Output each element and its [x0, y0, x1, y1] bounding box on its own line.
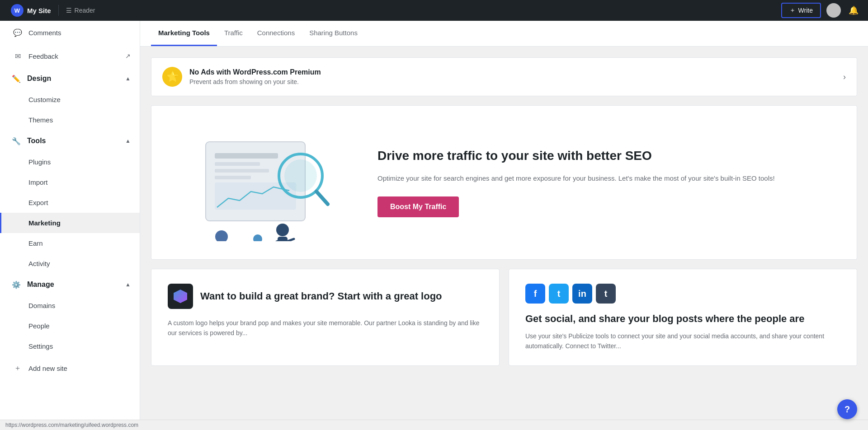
banner-arrow-icon: ›: [843, 72, 846, 82]
brand-card-title: Want to build a great brand? Start with …: [200, 290, 442, 303]
svg-rect-1: [215, 153, 278, 159]
facebook-icon: f: [525, 284, 545, 304]
brand-card: Want to build a great brand? Start with …: [151, 269, 500, 366]
add-site-icon: ＋: [12, 363, 23, 374]
social-card-description: Use your site's Publicize tools to conne…: [525, 331, 840, 351]
brand-card-header: Want to build a great brand? Start with …: [168, 284, 483, 309]
tools-icon: 🔧: [11, 136, 22, 146]
brand-card-description: A custom logo helps your brand pop and m…: [168, 318, 483, 338]
bottom-cards: Want to build a great brand? Start with …: [151, 269, 857, 366]
sidebar-design-section[interactable]: ✏️ Design ▲: [0, 68, 140, 89]
premium-banner[interactable]: ⭐ No Ads with WordPress.com Premium Prev…: [151, 57, 857, 96]
marketing-label: Marketing: [28, 219, 61, 227]
tab-traffic[interactable]: Traffic: [217, 21, 250, 46]
export-label: Export: [28, 199, 48, 206]
seo-card: Drive more traffic to your site with bet…: [151, 105, 857, 260]
tumblr-icon: t: [596, 284, 616, 304]
sidebar-item-themes[interactable]: Themes: [0, 110, 140, 130]
reader-button[interactable]: ☰ Reader: [62, 5, 99, 16]
customize-label: Customize: [28, 96, 61, 103]
help-button[interactable]: ?: [837, 399, 857, 419]
twitter-icon: t: [549, 284, 569, 304]
svg-point-13: [276, 224, 289, 236]
sidebar-item-import[interactable]: Import: [0, 172, 140, 192]
comments-icon: 💬: [12, 27, 23, 38]
looka-logo-icon: [168, 284, 193, 309]
svg-rect-3: [215, 169, 269, 173]
sidebar-tools-section[interactable]: 🔧 Tools ▲: [0, 130, 140, 152]
svg-line-8: [316, 192, 328, 204]
social-icons-row: f t in t: [525, 284, 840, 304]
sidebar-item-earn[interactable]: Earn: [0, 233, 140, 253]
manage-chevron-icon: ▲: [125, 281, 131, 288]
seo-illustration: [179, 124, 350, 241]
manage-icon: ⚙️: [11, 279, 22, 290]
status-url: https://wordpress.com/marketing/uifeed.w…: [5, 422, 138, 428]
sidebar-manage-section[interactable]: ⚙️ Manage ▲: [0, 274, 140, 295]
domains-label: Domains: [28, 302, 55, 309]
tab-sharing-buttons[interactable]: Sharing Buttons: [302, 21, 365, 46]
sidebar-item-add-new-site[interactable]: ＋ Add new site: [0, 356, 140, 380]
seo-description: Optimize your site for search engines an…: [377, 173, 830, 184]
tools-label: Tools: [27, 137, 46, 145]
status-bar: https://wordpress.com/marketing/uifeed.w…: [0, 420, 868, 430]
svg-point-7: [284, 159, 317, 192]
sidebar-item-settings[interactable]: Settings: [0, 336, 140, 356]
comments-label: Comments: [28, 29, 61, 37]
content-inner: ⭐ No Ads with WordPress.com Premium Prev…: [140, 47, 868, 377]
manage-label: Manage: [27, 280, 54, 289]
tab-marketing-tools[interactable]: Marketing Tools: [151, 21, 217, 46]
settings-label: Settings: [28, 342, 53, 350]
banner-title: No Ads with WordPress.com Premium: [189, 68, 321, 76]
sidebar-item-marketing[interactable]: Marketing: [0, 213, 140, 233]
svg-rect-4: [215, 176, 251, 179]
sidebar-item-plugins[interactable]: Plugins: [0, 152, 140, 172]
sidebar-item-customize[interactable]: Customize: [0, 89, 140, 110]
star-icon: ⭐: [162, 67, 182, 87]
tab-connections[interactable]: Connections: [250, 21, 302, 46]
top-bar: W My Site ☰ Reader ＋ Write 🔔: [0, 0, 868, 21]
sidebar: 💬 Comments ✉ Feedback ↗ ✏️ Design ▲ Cust…: [0, 21, 140, 420]
bell-icon: 🔔: [849, 5, 859, 15]
themes-label: Themes: [28, 116, 53, 124]
sidebar-item-export[interactable]: Export: [0, 192, 140, 213]
banner-subtitle: Prevent ads from showing on your site.: [189, 78, 321, 85]
sidebar-item-domains[interactable]: Domains: [0, 295, 140, 316]
content-area: Marketing Tools Traffic Connections Shar…: [140, 21, 868, 420]
nav-divider: [58, 5, 59, 16]
activity-label: Activity: [28, 260, 50, 267]
sidebar-item-activity[interactable]: Activity: [0, 253, 140, 274]
svg-point-17: [253, 234, 262, 241]
banner-text: No Ads with WordPress.com Premium Preven…: [189, 68, 321, 85]
svg-point-9: [215, 230, 228, 241]
design-label: Design: [27, 75, 51, 83]
design-icon: ✏️: [11, 73, 22, 84]
write-plus-icon: ＋: [789, 6, 796, 14]
tabs-bar: Marketing Tools Traffic Connections Shar…: [140, 21, 868, 47]
design-chevron-icon: ▲: [125, 75, 131, 82]
import-label: Import: [28, 178, 48, 186]
svg-rect-5: [215, 182, 296, 210]
boost-traffic-button[interactable]: Boost My Traffic: [377, 196, 459, 217]
social-card: f t in t Get social, and share your blog…: [509, 269, 857, 366]
earn-label: Earn: [28, 239, 43, 247]
svg-rect-2: [215, 162, 260, 166]
social-card-title: Get social, and share your blog posts wh…: [525, 313, 840, 326]
main-layout: 💬 Comments ✉ Feedback ↗ ✏️ Design ▲ Cust…: [0, 21, 868, 420]
linkedin-icon: in: [572, 284, 592, 304]
svg-rect-14: [278, 237, 288, 241]
svg-line-16: [288, 239, 294, 241]
feedback-icon: ✉: [12, 51, 23, 61]
notifications-bell[interactable]: 🔔: [846, 3, 861, 18]
write-button[interactable]: ＋ Write: [781, 3, 821, 18]
reader-label: Reader: [75, 7, 95, 14]
sidebar-item-comments[interactable]: 💬 Comments: [0, 21, 140, 44]
my-site-label: My Site: [27, 7, 51, 14]
user-avatar[interactable]: [826, 3, 841, 18]
seo-content: Drive more traffic to your site with bet…: [377, 148, 830, 217]
reader-icon: ☰: [66, 7, 72, 14]
sidebar-item-people[interactable]: People: [0, 316, 140, 336]
seo-heading: Drive more traffic to your site with bet…: [377, 148, 830, 164]
my-site-button[interactable]: W My Site: [7, 2, 55, 19]
sidebar-item-feedback[interactable]: ✉ Feedback ↗: [0, 44, 140, 68]
